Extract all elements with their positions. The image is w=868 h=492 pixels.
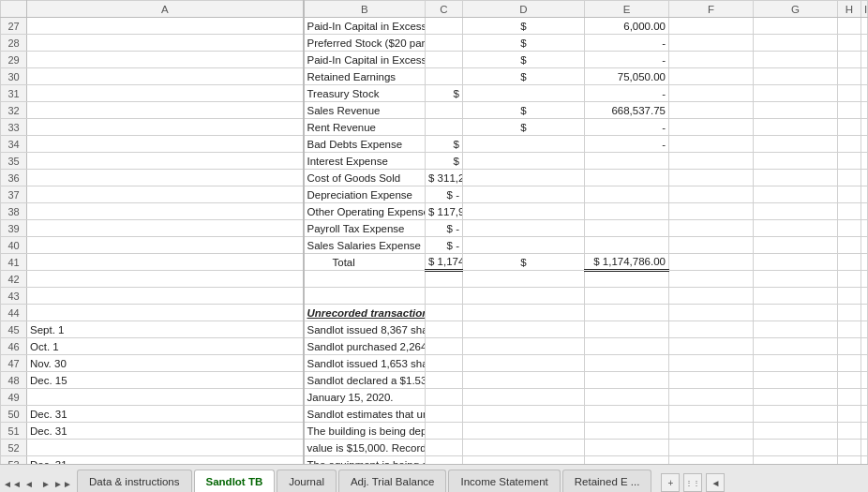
cell-b-38[interactable]: Other Operating Expenses bbox=[304, 203, 426, 220]
cell-i-44[interactable] bbox=[861, 305, 868, 321]
cell-h-31[interactable] bbox=[838, 85, 861, 102]
cell-d-46[interactable] bbox=[463, 338, 585, 355]
cell-g-48[interactable] bbox=[754, 372, 838, 389]
cell-f-31[interactable] bbox=[669, 85, 754, 102]
cell-i-50[interactable] bbox=[861, 406, 868, 423]
add-sheet-button[interactable]: + bbox=[661, 473, 680, 492]
cell-f-40[interactable] bbox=[669, 237, 754, 254]
cell-a-28[interactable] bbox=[27, 35, 304, 52]
cell-e-51[interactable] bbox=[585, 423, 669, 440]
cell-h-40[interactable] bbox=[838, 237, 861, 254]
cell-b-46[interactable]: Sandlot purchased 2,264 shares of its ow… bbox=[304, 338, 426, 355]
tab-nav-next[interactable]: ► bbox=[37, 475, 54, 492]
cell-f-29[interactable] bbox=[669, 52, 754, 68]
cell-c-48[interactable] bbox=[426, 372, 463, 389]
cell-e-44[interactable] bbox=[585, 305, 669, 321]
cell-e-34[interactable]: - bbox=[585, 136, 669, 153]
cell-d-47[interactable] bbox=[463, 355, 585, 372]
cell-g-38[interactable] bbox=[754, 203, 838, 220]
cell-b-29[interactable]: Paid-In Capital in Excess of Par - Prefe… bbox=[304, 52, 426, 68]
cell-a-39[interactable] bbox=[27, 220, 304, 237]
cell-b-32[interactable]: Sales Revenue bbox=[304, 102, 426, 119]
col-header-c[interactable]: C bbox=[426, 1, 463, 18]
sheet-scroll-left[interactable]: ◄ bbox=[706, 473, 725, 492]
cell-d-49[interactable] bbox=[463, 389, 585, 406]
cell-f-30[interactable] bbox=[669, 68, 754, 85]
cell-h-29[interactable] bbox=[838, 52, 861, 68]
cell-d-39[interactable] bbox=[463, 220, 585, 237]
cell-f-35[interactable] bbox=[669, 153, 754, 170]
cell-i-30[interactable] bbox=[861, 68, 868, 85]
cell-e-32[interactable]: 668,537.75 bbox=[585, 102, 669, 119]
cell-e-53[interactable] bbox=[585, 456, 669, 465]
cell-f-46[interactable] bbox=[669, 338, 754, 355]
cell-f-28[interactable] bbox=[669, 35, 754, 52]
cell-h-50[interactable] bbox=[838, 406, 861, 423]
cell-e-42[interactable] bbox=[585, 271, 669, 288]
cell-f-45[interactable] bbox=[669, 321, 754, 338]
cell-b-41[interactable]: Total bbox=[304, 254, 426, 271]
cell-a-52[interactable] bbox=[27, 440, 304, 456]
cell-g-36[interactable] bbox=[754, 170, 838, 186]
cell-g-50[interactable] bbox=[754, 406, 838, 423]
cell-c-39[interactable]: $ - bbox=[426, 220, 463, 237]
cell-f-44[interactable] bbox=[669, 305, 754, 321]
sheet-options-button[interactable]: ⋮⋮ bbox=[683, 473, 702, 492]
cell-c-44[interactable] bbox=[426, 305, 463, 321]
cell-h-52[interactable] bbox=[838, 440, 861, 456]
cell-f-52[interactable] bbox=[669, 440, 754, 456]
tab-retained-e----[interactable]: Retained E ... bbox=[562, 470, 652, 492]
col-header-f[interactable]: F bbox=[669, 1, 754, 18]
cell-g-35[interactable] bbox=[754, 153, 838, 170]
cell-g-49[interactable] bbox=[754, 389, 838, 406]
cell-b-34[interactable]: Bad Debts Expense bbox=[304, 136, 426, 153]
cell-h-38[interactable] bbox=[838, 203, 861, 220]
tab-journal[interactable]: Journal bbox=[277, 470, 337, 492]
cell-a-34[interactable] bbox=[27, 136, 304, 153]
cell-a-43[interactable] bbox=[27, 288, 304, 305]
cell-d-38[interactable] bbox=[463, 203, 585, 220]
cell-d-52[interactable] bbox=[463, 440, 585, 456]
cell-a-27[interactable] bbox=[27, 18, 304, 35]
cell-g-27[interactable] bbox=[754, 18, 838, 35]
cell-g-42[interactable] bbox=[754, 271, 838, 288]
tab-nav-first[interactable]: ◄◄ bbox=[4, 475, 21, 492]
cell-a-46[interactable]: Oct. 1 bbox=[27, 338, 304, 355]
cell-g-39[interactable] bbox=[754, 220, 838, 237]
cell-i-32[interactable] bbox=[861, 102, 868, 119]
cell-f-32[interactable] bbox=[669, 102, 754, 119]
cell-d-42[interactable] bbox=[463, 271, 585, 288]
col-header-e[interactable]: E bbox=[585, 1, 669, 18]
cell-a-35[interactable] bbox=[27, 153, 304, 170]
cell-i-49[interactable] bbox=[861, 389, 868, 406]
cell-f-50[interactable] bbox=[669, 406, 754, 423]
col-header-g[interactable]: G bbox=[754, 1, 838, 18]
cell-g-53[interactable] bbox=[754, 456, 838, 465]
cell-e-28[interactable]: - bbox=[585, 35, 669, 52]
col-header-h[interactable]: H bbox=[838, 1, 861, 18]
cell-e-36[interactable] bbox=[585, 170, 669, 186]
cell-c-29[interactable] bbox=[426, 52, 463, 68]
cell-d-27[interactable]: $ bbox=[463, 18, 585, 35]
cell-e-35[interactable] bbox=[585, 153, 669, 170]
cell-c-31[interactable]: $ bbox=[426, 85, 463, 102]
cell-i-47[interactable] bbox=[861, 355, 868, 372]
cell-i-41[interactable] bbox=[861, 254, 868, 271]
tab-nav-last[interactable]: ►► bbox=[54, 475, 71, 492]
cell-e-48[interactable] bbox=[585, 372, 669, 389]
cell-g-30[interactable] bbox=[754, 68, 838, 85]
cell-h-35[interactable] bbox=[838, 153, 861, 170]
cell-d-32[interactable]: $ bbox=[463, 102, 585, 119]
cell-b-36[interactable]: Cost of Goods Sold bbox=[304, 170, 426, 186]
cell-g-37[interactable] bbox=[754, 186, 838, 203]
cell-b-27[interactable]: Paid-In Capital in Excess of Par - Commo… bbox=[304, 18, 426, 35]
cell-b-53[interactable]: The equipment is being depreciated using… bbox=[304, 456, 426, 465]
cell-h-45[interactable] bbox=[838, 321, 861, 338]
cell-c-45[interactable] bbox=[426, 321, 463, 338]
cell-i-43[interactable] bbox=[861, 288, 868, 305]
cell-h-48[interactable] bbox=[838, 372, 861, 389]
cell-i-42[interactable] bbox=[861, 271, 868, 288]
cell-h-49[interactable] bbox=[838, 389, 861, 406]
cell-a-49[interactable] bbox=[27, 389, 304, 406]
cell-d-41[interactable]: $ bbox=[463, 254, 585, 271]
